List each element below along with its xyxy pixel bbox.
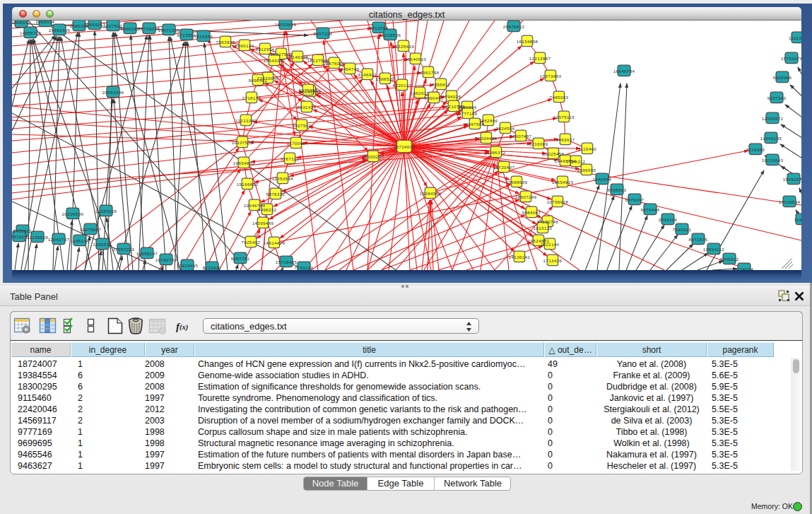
svg-text:1170065: 1170065 <box>287 141 306 146</box>
svg-text:10654112: 10654112 <box>703 247 724 252</box>
svg-text:1250515: 1250515 <box>93 242 112 247</box>
svg-text:20691406: 20691406 <box>49 28 71 33</box>
svg-text:116753: 116753 <box>794 217 801 222</box>
svg-text:6466160: 6466160 <box>121 26 140 31</box>
svg-text:19654923: 19654923 <box>552 180 574 185</box>
svg-text:2718170: 2718170 <box>242 95 261 100</box>
svg-text:7462666: 7462666 <box>479 118 498 123</box>
svg-text:2451234: 2451234 <box>458 105 477 110</box>
svg-text:10025458: 10025458 <box>543 151 565 156</box>
svg-text:1435001: 1435001 <box>13 228 33 233</box>
svg-text:15751074: 15751074 <box>781 56 801 61</box>
svg-text:2522144: 2522144 <box>541 242 560 247</box>
svg-text:6713551: 6713551 <box>177 33 196 37</box>
svg-text:10719155: 10719155 <box>139 26 160 31</box>
svg-text:9227343: 9227343 <box>767 95 787 100</box>
svg-text:8938923: 8938923 <box>608 187 627 192</box>
svg-text:18146328: 18146328 <box>287 54 309 59</box>
svg-text:10973493: 10973493 <box>540 74 562 78</box>
svg-text:9498222: 9498222 <box>258 207 277 212</box>
svg-text:17957223: 17957223 <box>113 247 135 252</box>
svg-text:8375685: 8375685 <box>299 88 318 93</box>
svg-text:9699695: 9699695 <box>577 168 596 173</box>
svg-text:10807487: 10807487 <box>510 134 532 139</box>
svg-text:20876612: 20876612 <box>503 24 525 29</box>
svg-text:1865532: 1865532 <box>12 21 31 25</box>
svg-text:9427552: 9427552 <box>293 123 312 128</box>
svg-text:2933114: 2933114 <box>659 217 678 222</box>
svg-text:16543382: 16543382 <box>264 58 286 63</box>
svg-text:1362615: 1362615 <box>411 90 430 95</box>
svg-text:8220137: 8220137 <box>393 83 412 88</box>
svg-text:12923465: 12923465 <box>177 263 199 268</box>
svg-text:7955812: 7955812 <box>432 82 451 87</box>
svg-text:7515546: 7515546 <box>194 34 213 39</box>
svg-text:19384554: 19384554 <box>420 191 442 196</box>
svg-text:16210643: 16210643 <box>762 158 784 163</box>
svg-text:6879197: 6879197 <box>625 197 645 202</box>
svg-text:12444155: 12444155 <box>760 136 782 141</box>
svg-text:14136141: 14136141 <box>509 255 531 259</box>
svg-text:1588520: 1588520 <box>376 76 395 81</box>
svg-text:6216089: 6216089 <box>529 141 548 146</box>
svg-text:1440954: 1440954 <box>593 177 612 182</box>
svg-text:9146821: 9146821 <box>358 72 377 77</box>
svg-text:8123411: 8123411 <box>203 265 222 270</box>
svg-text:12213389: 12213389 <box>235 118 257 123</box>
svg-text:1713426: 1713426 <box>543 258 563 263</box>
svg-text:16648784: 16648784 <box>613 69 635 74</box>
svg-text:3215955: 3215955 <box>746 147 765 152</box>
svg-text:9884067: 9884067 <box>522 210 541 215</box>
svg-text:8813054: 8813054 <box>370 25 389 30</box>
svg-text:16154808: 16154808 <box>517 39 539 44</box>
svg-text:8471676: 8471676 <box>689 237 708 242</box>
svg-text:14055724: 14055724 <box>20 30 42 35</box>
svg-text:7386372: 7386372 <box>487 150 506 155</box>
svg-text:7563822: 7563822 <box>216 40 235 45</box>
svg-text:11325419: 11325419 <box>393 44 414 49</box>
svg-text:12213967: 12213967 <box>529 56 551 61</box>
svg-text:16671355: 16671355 <box>158 28 180 33</box>
svg-text:20206536: 20206536 <box>62 211 84 216</box>
svg-text:9245612: 9245612 <box>720 257 739 262</box>
svg-text:10958147: 10958147 <box>136 251 158 256</box>
svg-text:15692971: 15692971 <box>783 177 801 182</box>
svg-text:3267110: 3267110 <box>281 156 300 161</box>
svg-text:15720407: 15720407 <box>493 165 515 170</box>
svg-text:9115460: 9115460 <box>578 146 597 151</box>
svg-text:13640910: 13640910 <box>405 57 427 62</box>
svg-text:12942737: 12942737 <box>48 237 70 242</box>
svg-text:7584312: 7584312 <box>567 159 586 164</box>
svg-text:1145134: 1145134 <box>71 238 90 243</box>
svg-text:17016534: 17016534 <box>779 199 801 204</box>
svg-text:16782759: 16782759 <box>155 257 177 262</box>
svg-text:7485003: 7485003 <box>550 95 569 100</box>
svg-text:9896401: 9896401 <box>249 78 268 83</box>
svg-text:1615132: 1615132 <box>534 226 553 230</box>
svg-text:8660124: 8660124 <box>235 43 254 48</box>
svg-text:14914479: 14914479 <box>264 240 286 245</box>
svg-text:16033809: 16033809 <box>275 22 297 27</box>
svg-text:5878332: 5878332 <box>266 192 286 197</box>
svg-text:(x): (x) <box>180 323 188 332</box>
svg-text:8990443: 8990443 <box>425 95 444 100</box>
svg-text:19654853: 19654853 <box>233 160 255 165</box>
svg-text:1527602: 1527602 <box>104 23 123 28</box>
svg-text:14099489: 14099489 <box>252 221 274 226</box>
svg-text:12093872: 12093872 <box>762 116 784 121</box>
svg-text:9357224: 9357224 <box>314 31 333 36</box>
svg-text:10688609: 10688609 <box>506 180 528 185</box>
svg-text:9474444: 9474444 <box>641 207 660 212</box>
svg-text:18807249: 18807249 <box>515 194 537 199</box>
svg-text:7743120: 7743120 <box>295 265 314 270</box>
svg-text:12975115: 12975115 <box>553 115 575 119</box>
svg-text:15716485: 15716485 <box>276 259 298 264</box>
svg-text:9329966: 9329966 <box>773 75 792 80</box>
svg-text:10853267: 10853267 <box>84 22 106 27</box>
svg-text:6794028: 6794028 <box>442 94 461 99</box>
svg-text:391924: 391924 <box>12 234 28 239</box>
svg-text:10975887: 10975887 <box>80 227 102 232</box>
svg-text:8031434: 8031434 <box>298 105 317 110</box>
svg-text:19218506: 19218506 <box>379 33 401 37</box>
svg-text:8454749: 8454749 <box>341 66 360 71</box>
